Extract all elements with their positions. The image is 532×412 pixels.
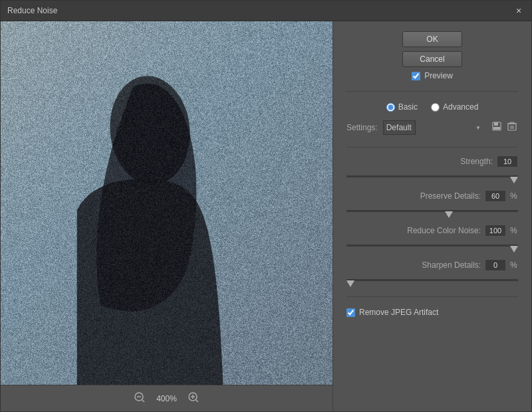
delete-preset-button[interactable] <box>506 120 518 135</box>
strength-group: Strength: <box>346 155 518 179</box>
divider-2 <box>346 147 518 148</box>
advanced-label: Advanced <box>443 102 478 112</box>
zoom-in-icon <box>188 391 200 403</box>
remove-artifact-label[interactable]: Remove JPEG Artifact <box>359 308 438 317</box>
ok-button[interactable]: OK <box>402 31 462 47</box>
sharpen-details-input[interactable] <box>485 259 506 271</box>
reduce-color-noise-slider[interactable] <box>346 245 518 247</box>
cancel-button[interactable]: Cancel <box>402 51 462 67</box>
svg-line-2 <box>142 399 145 402</box>
sharpen-details-group: Sharpen Details: % <box>346 259 518 283</box>
settings-select-wrapper: Default <box>383 120 485 135</box>
dialog-body: 400% OK Cancel Preview <box>1 21 531 411</box>
reduce-color-noise-label: Reduce Color Noise: <box>407 226 481 235</box>
preserve-details-label-row: Preserve Details: % <box>346 190 518 202</box>
reduce-color-noise-input[interactable] <box>485 225 506 237</box>
preserve-details-pct: % <box>510 191 518 201</box>
reduce-color-noise-label-row: Reduce Color Noise: % <box>346 225 518 237</box>
save-preset-button[interactable] <box>490 120 503 135</box>
reduce-color-noise-group: Reduce Color Noise: % <box>346 225 518 249</box>
divider-3 <box>346 296 518 297</box>
reduce-noise-dialog: Reduce Noise × 400% <box>0 0 532 412</box>
mode-radio-row: Basic Advanced <box>346 102 518 112</box>
strength-input[interactable] <box>497 155 518 167</box>
preview-panel: 400% <box>1 21 333 411</box>
preserve-details-group: Preserve Details: % <box>346 190 518 214</box>
zoom-out-icon <box>134 391 146 403</box>
settings-label: Settings: <box>346 123 378 132</box>
svg-rect-9 <box>493 127 500 130</box>
basic-label: Basic <box>398 102 418 112</box>
controls-panel: OK Cancel Preview Basic Advanced <box>333 21 531 411</box>
preserve-details-label: Preserve Details: <box>420 191 481 201</box>
preview-label[interactable]: Preview <box>424 71 453 80</box>
preview-check-row: Preview <box>412 71 453 80</box>
settings-select[interactable]: Default <box>383 120 416 135</box>
save-preset-icon <box>491 121 502 132</box>
svg-rect-8 <box>494 122 498 126</box>
title-bar: Reduce Noise × <box>1 1 531 21</box>
basic-radio[interactable] <box>386 103 395 112</box>
action-buttons-row: OK Cancel Preview <box>346 31 518 80</box>
preserve-details-slider[interactable] <box>346 210 518 212</box>
divider-1 <box>346 91 518 92</box>
basic-radio-option[interactable]: Basic <box>386 102 418 112</box>
dialog-title: Reduce Noise <box>7 6 57 15</box>
strength-label-row: Strength: <box>346 155 518 167</box>
zoom-in-button[interactable] <box>184 390 203 407</box>
advanced-radio-option[interactable]: Advanced <box>431 102 478 112</box>
close-button[interactable]: × <box>513 5 525 17</box>
svg-line-6 <box>196 399 198 402</box>
trash-icon <box>507 121 517 132</box>
svg-rect-12 <box>510 122 514 124</box>
preview-image-area[interactable] <box>1 21 332 385</box>
settings-icons <box>490 120 518 135</box>
strength-label: Strength: <box>460 157 493 166</box>
preview-footer: 400% <box>1 385 332 411</box>
preserve-details-input[interactable] <box>485 190 506 202</box>
reduce-color-noise-pct: % <box>510 226 518 235</box>
remove-artifact-row: Remove JPEG Artifact <box>346 308 518 317</box>
sharpen-details-pct: % <box>510 260 518 270</box>
strength-slider[interactable] <box>346 175 518 177</box>
remove-artifact-checkbox[interactable] <box>346 308 355 317</box>
advanced-radio[interactable] <box>431 103 440 112</box>
sharpen-details-label: Sharpen Details: <box>422 260 481 270</box>
sharpen-details-slider[interactable] <box>346 279 518 281</box>
preview-checkbox[interactable] <box>412 72 420 80</box>
preview-canvas <box>1 21 332 385</box>
settings-row: Settings: Default <box>346 120 518 135</box>
sharpen-details-label-row: Sharpen Details: % <box>346 259 518 271</box>
zoom-out-button[interactable] <box>130 390 150 407</box>
zoom-level-text: 400% <box>156 394 177 403</box>
